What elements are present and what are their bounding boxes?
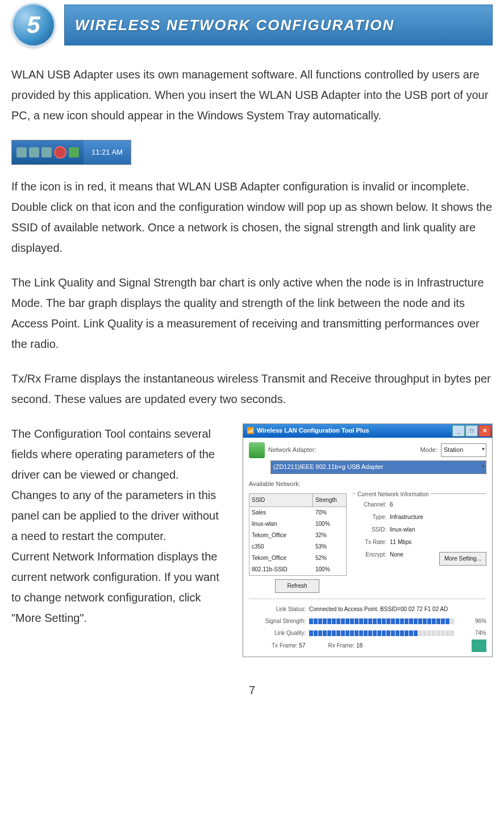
config-dialog-screenshot: 📶 Wireless LAN Configuration Tool Plus _… bbox=[243, 423, 493, 657]
signal-strength-bar bbox=[309, 618, 463, 624]
encrypt-value: None bbox=[390, 550, 403, 566]
strength-column-header: Strength bbox=[313, 494, 346, 506]
body-paragraph-5b: Current Network Information displays the… bbox=[11, 546, 226, 628]
table-row[interactable]: 802.11b-SSID100% bbox=[249, 564, 346, 575]
wlan-adapter-icon bbox=[54, 146, 66, 159]
body-paragraph-4: Tx/Rx Frame displays the instantaneous w… bbox=[11, 368, 493, 409]
step-number-badge: 5 bbox=[11, 3, 56, 47]
ssid-value: linux-wlan bbox=[390, 525, 415, 535]
close-button[interactable]: ✕ bbox=[478, 425, 491, 437]
body-paragraph-5a: The Configuration Tool contains several … bbox=[11, 423, 226, 546]
page-number: 7 bbox=[11, 680, 493, 700]
adapter-select[interactable]: (ZD1211)IEEE 802.11b+g USB Adapter bbox=[270, 460, 486, 474]
txrate-value: 11 Mbps bbox=[390, 537, 411, 547]
maximize-button[interactable]: □ bbox=[465, 425, 478, 437]
tray-icon bbox=[16, 147, 27, 157]
system-tray-screenshot: 11:21 AM bbox=[11, 140, 131, 165]
table-row[interactable]: Sales70% bbox=[249, 507, 346, 518]
body-paragraph-3: The Link Quality and Signal Strength bar… bbox=[11, 272, 493, 354]
tray-icons-group bbox=[12, 140, 84, 164]
refresh-button[interactable]: Refresh bbox=[275, 579, 319, 593]
more-setting-button[interactable]: More Setting... bbox=[439, 552, 486, 566]
signal-strength-label: Signal Strength: bbox=[249, 616, 306, 626]
available-networks-table[interactable]: SSID Strength Sales70% linux-wlan100% Te… bbox=[249, 493, 347, 576]
link-quality-label: Link Quality: bbox=[249, 628, 306, 638]
tray-icon bbox=[69, 147, 79, 157]
wireless-icon: 📶 bbox=[247, 425, 255, 437]
table-row[interactable]: Tekom_Office32% bbox=[249, 530, 346, 541]
dialog-title: Wireless LAN Configuration Tool Plus bbox=[257, 425, 452, 437]
body-paragraph-2: If the icon is in red, it means that WLA… bbox=[11, 176, 493, 258]
current-network-info: Current Network Information Channel:6 Ty… bbox=[352, 493, 486, 593]
rx-frame-value: 18 bbox=[356, 642, 363, 649]
table-row[interactable]: c35053% bbox=[249, 541, 346, 553]
tray-icon bbox=[29, 147, 39, 157]
link-quality-bar bbox=[309, 630, 463, 636]
network-adapter-label: Network Adapter: bbox=[268, 445, 316, 456]
tray-clock: 11:21 AM bbox=[84, 140, 131, 164]
channel-value: 6 bbox=[390, 500, 393, 510]
signal-strength-value: 96% bbox=[466, 616, 486, 626]
section-header: 5 WIRELESS NETWORK CONFIGURATION bbox=[11, 3, 493, 47]
link-quality-value: 74% bbox=[466, 628, 486, 638]
body-paragraph-1: WLAN USB Adapter uses its own management… bbox=[11, 64, 493, 126]
available-network-label: Available Network: bbox=[249, 479, 486, 490]
link-status-value: Connected to Access Point. BSSID=00 02 7… bbox=[309, 604, 448, 614]
tx-frame-value: 57 bbox=[299, 642, 305, 649]
info-box-title: Current Network Information bbox=[356, 489, 431, 500]
adapter-icon bbox=[249, 442, 265, 458]
table-row[interactable]: linux-wlan100% bbox=[249, 518, 346, 530]
dialog-titlebar: 📶 Wireless LAN Configuration Tool Plus _… bbox=[243, 424, 492, 438]
table-row[interactable]: Tekom_Office52% bbox=[249, 553, 346, 564]
type-value: Infrastructure bbox=[390, 512, 423, 522]
minimize-button[interactable]: _ bbox=[452, 425, 465, 437]
section-title: WIRELESS NETWORK CONFIGURATION bbox=[64, 5, 493, 46]
mode-label: Mode: bbox=[420, 445, 438, 456]
mode-select[interactable]: Station bbox=[441, 443, 486, 457]
brand-logo-icon bbox=[472, 640, 486, 652]
link-status-label: Link Status: bbox=[249, 604, 306, 614]
ssid-column-header: SSID bbox=[249, 494, 313, 506]
tx-frame-label: Tx Frame: bbox=[272, 642, 298, 649]
tray-icon bbox=[41, 147, 52, 157]
rx-frame-label: Rx Frame: bbox=[328, 642, 355, 649]
